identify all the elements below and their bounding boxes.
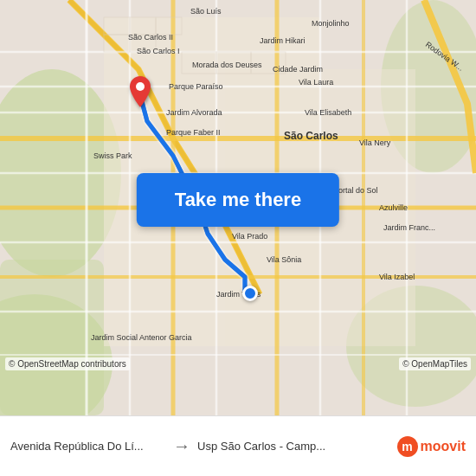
map-attribution: © OpenStreetMap contributors <box>5 357 130 370</box>
moovit-logo: m moovit <box>397 436 466 457</box>
moovit-m-icon: m <box>397 436 418 457</box>
bottom-bar: Avenida República Do Lí... → Usp São Car… <box>0 415 476 476</box>
origin-marker <box>242 286 258 301</box>
svg-rect-4 <box>0 260 104 415</box>
route-arrow-icon: → <box>173 436 190 456</box>
map-container: São Luís Monjolinho São Carlos II São Ca… <box>0 0 476 415</box>
openmaptiles-attribution: © OpenMapTiles <box>399 357 471 370</box>
cta-button-container[interactable]: Take me there <box>137 173 339 227</box>
moovit-brand-text: moovit <box>421 439 466 454</box>
destination-marker <box>128 76 152 111</box>
route-from-label: Avenida República Do Lí... <box>10 440 166 453</box>
take-me-there-button[interactable]: Take me there <box>137 173 339 227</box>
svg-point-34 <box>136 82 145 91</box>
route-to-label: Usp São Carlos - Camp... <box>197 440 362 453</box>
